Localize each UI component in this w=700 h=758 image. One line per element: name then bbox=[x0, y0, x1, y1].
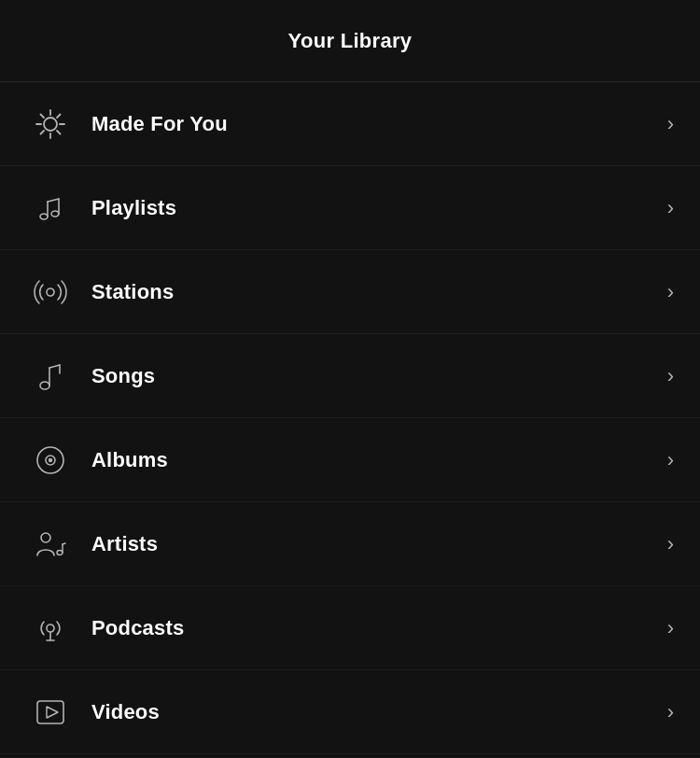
person-music-icon bbox=[26, 527, 75, 561]
svg-point-21 bbox=[49, 458, 52, 461]
svg-point-22 bbox=[41, 533, 50, 542]
stations-label: Stations bbox=[91, 280, 667, 304]
page-header: Your Library bbox=[0, 0, 700, 82]
svg-line-25 bbox=[63, 543, 65, 544]
svg-point-10 bbox=[51, 211, 59, 217]
svg-point-0 bbox=[44, 118, 57, 131]
playlists-label: Playlists bbox=[91, 196, 667, 220]
menu-item-made-for-you[interactable]: Made For You › bbox=[0, 82, 700, 166]
svg-point-9 bbox=[40, 214, 48, 219]
albums-label: Albums bbox=[91, 448, 667, 472]
videos-label: Videos bbox=[91, 700, 667, 724]
menu-item-videos[interactable]: Videos › bbox=[0, 670, 700, 754]
menu-item-playlists[interactable]: Playlists › bbox=[0, 166, 700, 250]
svg-point-26 bbox=[47, 625, 54, 632]
library-menu: Made For You › Playlists › bbox=[0, 82, 700, 754]
music-notes-icon bbox=[26, 191, 75, 225]
chevron-right-icon: › bbox=[667, 196, 674, 220]
page-title: Your Library bbox=[288, 29, 413, 53]
menu-item-podcasts[interactable]: Podcasts › bbox=[0, 586, 700, 670]
radio-icon bbox=[26, 275, 75, 309]
svg-point-15 bbox=[40, 382, 49, 389]
chevron-right-icon: › bbox=[667, 700, 674, 724]
chevron-right-icon: › bbox=[667, 616, 674, 640]
play-square-icon bbox=[26, 695, 75, 729]
menu-item-albums[interactable]: Albums › bbox=[0, 418, 700, 502]
artists-label: Artists bbox=[91, 532, 667, 556]
chevron-right-icon: › bbox=[667, 280, 674, 304]
svg-line-6 bbox=[57, 131, 61, 134]
svg-line-13 bbox=[48, 199, 59, 202]
svg-point-23 bbox=[57, 550, 63, 554]
svg-line-17 bbox=[49, 365, 60, 368]
menu-item-artists[interactable]: Artists › bbox=[0, 502, 700, 586]
menu-item-songs[interactable]: Songs › bbox=[0, 334, 700, 418]
podcast-icon bbox=[26, 611, 75, 645]
svg-rect-29 bbox=[37, 701, 63, 723]
svg-line-7 bbox=[57, 114, 61, 118]
chevron-right-icon: › bbox=[667, 532, 674, 556]
svg-point-14 bbox=[47, 288, 54, 296]
menu-item-stations[interactable]: Stations › bbox=[0, 250, 700, 334]
songs-label: Songs bbox=[91, 364, 667, 388]
chevron-right-icon: › bbox=[667, 448, 674, 472]
sun-icon bbox=[26, 107, 75, 141]
svg-marker-30 bbox=[47, 707, 58, 718]
music-note-icon bbox=[26, 359, 75, 393]
chevron-right-icon: › bbox=[667, 364, 674, 388]
disc-icon bbox=[26, 443, 75, 477]
svg-line-5 bbox=[41, 114, 45, 118]
svg-line-8 bbox=[41, 131, 45, 134]
made-for-you-label: Made For You bbox=[91, 112, 667, 136]
chevron-right-icon: › bbox=[667, 112, 674, 136]
podcasts-label: Podcasts bbox=[91, 616, 667, 640]
